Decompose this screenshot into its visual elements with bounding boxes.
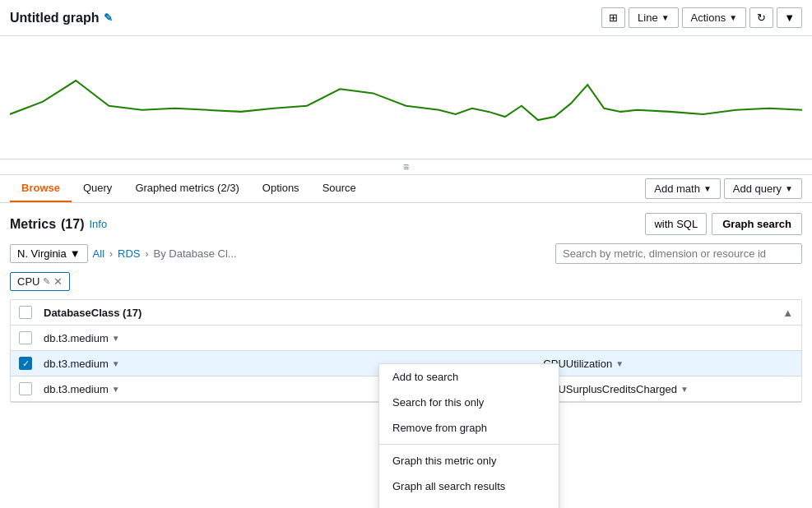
context-menu-item-search-for-this-only[interactable]: Search for this only — [379, 390, 559, 415]
tab-source[interactable]: Source — [311, 175, 368, 202]
context-menu-item-graph-this-metric[interactable]: Graph this metric only — [379, 448, 559, 473]
breadcrumb-all[interactable]: All — [93, 247, 104, 260]
group-header-check — [19, 306, 44, 319]
context-menu-item-remove-from-graph[interactable]: Remove from graph — [379, 415, 559, 441]
row1-label: db.t3.medium ▼ — [44, 332, 793, 344]
row1-check-col — [19, 331, 44, 344]
graph-all-search-label: Graph all search results — [392, 480, 505, 492]
graph-title: Untitled graph ✎ — [10, 11, 601, 25]
context-menu-item-add-to-search[interactable]: Add to search — [379, 364, 559, 390]
metrics-title-group: Metrics (17) Info — [10, 217, 107, 232]
edit-title-icon[interactable]: ✎ — [104, 12, 113, 24]
row3-label: db.t3.medium ▼ — [44, 383, 294, 395]
search-for-this-only-label: Search for this only — [392, 396, 484, 409]
row3-dropdown-icon[interactable]: ▼ — [112, 385, 120, 394]
tab-browse[interactable]: Browse — [10, 175, 72, 202]
row3-metric-arrow[interactable]: ▼ — [680, 385, 689, 394]
row2-checkbox[interactable] — [19, 357, 32, 370]
header-controls: ⊞ Line ▼ Actions ▼ ↻ ▼ — [601, 7, 802, 28]
with-sql-label: with SQL — [654, 218, 698, 230]
tab-query[interactable]: Query — [72, 175, 123, 202]
remove-from-graph-label: Remove from graph — [392, 422, 487, 434]
breadcrumb-current: By Database Cl... — [154, 247, 237, 260]
breadcrumb-rds[interactable]: RDS — [118, 247, 140, 260]
graph-this-metric-label: Graph this metric only — [392, 455, 496, 467]
chart-type-arrow: ▼ — [661, 13, 670, 22]
group-header-label: DatabaseClass (17) — [44, 307, 777, 319]
actions-button[interactable]: Actions ▼ — [682, 7, 747, 28]
graph-search-label: Graph search — [722, 218, 791, 230]
row2-metric-arrow[interactable]: ▼ — [615, 359, 624, 368]
row1-name: db.t3.medium — [44, 332, 109, 344]
actions-label: Actions — [691, 12, 726, 24]
graph-area — [0, 36, 812, 159]
table-row: db.t3.medium ▼ — [11, 326, 801, 351]
group-header-text: DatabaseClass (17) — [44, 307, 142, 319]
add-query-button[interactable]: Add query ▼ — [724, 178, 802, 199]
row1-checkbox[interactable] — [19, 331, 32, 344]
group-checkbox[interactable] — [19, 306, 32, 319]
search-input[interactable] — [555, 243, 802, 264]
metrics-count: (17) — [61, 217, 84, 232]
metrics-header: Metrics (17) Info with SQL Graph search — [10, 213, 802, 235]
refresh-button[interactable]: ↻ — [749, 7, 773, 28]
graph-search-button[interactable]: Graph search — [712, 213, 802, 235]
filter-tag-cpu: CPU ✎ ✕ — [10, 272, 70, 291]
group-sort-arrow[interactable]: ▲ — [777, 307, 793, 319]
row3-name: db.t3.medium — [44, 383, 109, 395]
context-menu-item-graph-with-sql[interactable]: Graph with SQL query — [379, 499, 559, 508]
region-arrow: ▼ — [70, 247, 81, 260]
with-sql-button[interactable]: with SQL — [645, 213, 707, 235]
tab-options[interactable]: Options — [251, 175, 311, 202]
actions-arrow: ▼ — [729, 13, 737, 22]
graph-svg — [10, 43, 802, 152]
row2-check-col — [19, 357, 44, 370]
tab-graphed-label: Graphed metrics (2/3) — [135, 182, 239, 194]
row2-metric: CPUUtilization ▼ — [543, 358, 793, 370]
context-menu-item-graph-all-search[interactable]: Graph all search results — [379, 473, 559, 499]
tabs-right-actions: Add math ▼ Add query ▼ — [645, 178, 802, 199]
row3-checkbox[interactable] — [19, 382, 32, 395]
add-query-label: Add query — [733, 182, 782, 195]
metrics-info-link[interactable]: Info — [89, 218, 107, 230]
context-menu-sep1 — [379, 444, 559, 445]
add-math-arrow: ▼ — [703, 184, 712, 193]
region-label: N. Virginia — [17, 247, 67, 260]
row3-metric: CPUSurplusCreditsCharged ▼ — [543, 383, 793, 395]
row2-name: db.t3.medium — [44, 358, 109, 370]
row2-dropdown-icon[interactable]: ▼ — [112, 359, 120, 368]
metrics-action-buttons: with SQL Graph search — [645, 213, 802, 235]
filter-close-icon[interactable]: ✕ — [53, 275, 63, 288]
add-query-arrow: ▼ — [785, 184, 793, 193]
header: Untitled graph ✎ ⊞ Line ▼ Actions ▼ ↻ ▼ — [0, 0, 812, 36]
metrics-title-text: Metrics — [10, 217, 56, 232]
more-options-button[interactable]: ▼ — [777, 7, 802, 28]
tab-query-label: Query — [83, 182, 112, 194]
add-math-label: Add math — [654, 182, 700, 195]
grid-view-button[interactable]: ⊞ — [601, 7, 625, 28]
filter-edit-icon[interactable]: ✎ — [43, 276, 50, 287]
tab-graphed-metrics[interactable]: Graphed metrics (2/3) — [123, 175, 250, 202]
chart-type-label: Line — [638, 12, 658, 24]
add-math-button[interactable]: Add math ▼ — [645, 178, 721, 199]
context-menu: Add to search Search for this only Remov… — [378, 363, 559, 508]
tab-browse-label: Browse — [21, 182, 60, 194]
group-header-row: DatabaseClass (17) ▲ — [11, 300, 801, 326]
row1-dropdown-icon[interactable]: ▼ — [112, 334, 120, 343]
row3-check-col — [19, 382, 44, 395]
filter-row: CPU ✎ ✕ — [10, 272, 802, 291]
tab-source-label: Source — [322, 182, 356, 194]
title-text: Untitled graph — [10, 11, 99, 25]
drag-handle[interactable]: ≡ — [0, 159, 812, 175]
chart-type-dropdown[interactable]: Line ▼ — [629, 7, 678, 28]
row3-metric-name: CPUSurplusCreditsCharged — [543, 383, 677, 395]
breadcrumb-sep2: › — [146, 248, 149, 260]
row2-label: db.t3.medium ▼ — [44, 358, 294, 370]
filter-tag-label: CPU — [17, 275, 39, 288]
main-content: Metrics (17) Info with SQL Graph search … — [0, 203, 812, 413]
breadcrumb-row: N. Virginia ▼ All › RDS › By Database Cl… — [10, 243, 802, 264]
region-dropdown[interactable]: N. Virginia ▼ — [10, 244, 88, 263]
tabs-bar: Browse Query Graphed metrics (2/3) Optio… — [0, 175, 812, 203]
add-to-search-label: Add to search — [392, 371, 458, 383]
breadcrumb-sep1: › — [109, 248, 113, 260]
